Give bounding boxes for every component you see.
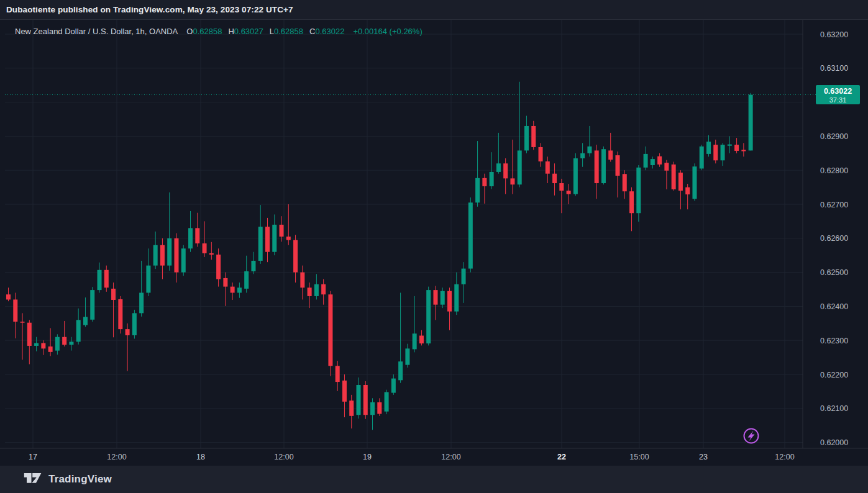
- candle-body: [111, 289, 116, 300]
- candle-body: [216, 255, 221, 279]
- candle: [104, 266, 109, 292]
- candle: [672, 162, 676, 191]
- candle: [139, 261, 144, 317]
- candle: [482, 174, 487, 204]
- candle: [567, 184, 571, 204]
- candle: [678, 170, 683, 209]
- candle: [55, 334, 60, 355]
- candle: [349, 395, 354, 428]
- candle: [83, 297, 88, 327]
- candle: [314, 274, 319, 299]
- candle-body: [503, 163, 508, 178]
- candle-body: [153, 245, 158, 266]
- candle: [580, 143, 585, 166]
- time-tick-label: 17: [29, 453, 37, 461]
- candle: [496, 133, 501, 174]
- candle: [146, 248, 150, 296]
- candle-body: [539, 147, 543, 161]
- candle-body: [405, 348, 409, 364]
- candle-body: [636, 168, 641, 213]
- candle: [721, 143, 725, 166]
- price-tick-label: 0.62500: [820, 268, 848, 277]
- candle-body: [615, 155, 619, 176]
- candle: [377, 398, 381, 415]
- time-scale[interactable]: 1712:001812:001912:002215:002312:00: [29, 453, 795, 461]
- candle: [601, 147, 606, 184]
- candle-body: [510, 178, 514, 184]
- candle-body: [567, 191, 571, 194]
- candle-body: [692, 166, 697, 199]
- candle: [531, 121, 536, 150]
- candle: [209, 242, 214, 260]
- price-tick-label: 0.63200: [820, 30, 848, 39]
- candle-body: [321, 284, 326, 294]
- candle-body: [644, 154, 648, 168]
- candle: [475, 141, 480, 207]
- candle-body: [454, 284, 459, 312]
- candle-body: [328, 294, 332, 366]
- price-tick-label: 0.62400: [820, 302, 848, 311]
- candle: [468, 197, 473, 273]
- candle-body: [433, 290, 437, 305]
- candle: [321, 279, 326, 305]
- open-value: 0.62858: [193, 27, 222, 36]
- price-tick-label: 0.62300: [820, 337, 848, 345]
- price-chart[interactable]: 0.632000.631000.629000.628000.627000.626…: [0, 0, 868, 493]
- candle: [728, 136, 732, 153]
- candle-body: [21, 322, 25, 323]
- time-tick-label: 18: [196, 453, 205, 461]
- candle-body: [195, 228, 199, 243]
- candle: [370, 398, 375, 430]
- candle: [174, 233, 178, 283]
- candle: [623, 170, 627, 199]
- candle-body: [559, 183, 564, 191]
- candle-body: [441, 291, 445, 305]
- legend-high: H0.63027: [228, 27, 263, 36]
- candle: [231, 283, 235, 300]
- bolt-marker[interactable]: [744, 429, 759, 443]
- candle: [546, 156, 550, 183]
- candle: [98, 263, 102, 293]
- candle: [636, 165, 641, 222]
- candle-body: [657, 156, 662, 165]
- candle-body: [468, 202, 473, 268]
- candle-body: [490, 172, 494, 186]
- candle-body: [573, 158, 578, 194]
- candle-body: [672, 165, 676, 189]
- candle: [363, 381, 368, 419]
- candle-body: [174, 238, 178, 273]
- candle-body: [237, 287, 242, 292]
- candle-body: [700, 147, 704, 169]
- candle: [741, 143, 746, 156]
- candlestick-series: [6, 82, 753, 430]
- candle: [419, 330, 424, 346]
- candle-body: [623, 174, 627, 191]
- candle-body: [608, 150, 613, 160]
- brand-name[interactable]: TradingView: [48, 473, 112, 486]
- candle-body: [552, 174, 557, 183]
- tradingview-logo-icon[interactable]: [24, 471, 42, 487]
- candle: [216, 248, 221, 286]
- price-tick-label: 0.62000: [820, 438, 848, 447]
- symbol-title[interactable]: New Zealand Dollar / U.S. Dollar, 1h, OA…: [15, 27, 178, 36]
- candle-body: [721, 145, 725, 160]
- time-tick-label: 15:00: [629, 453, 649, 461]
- candle: [426, 287, 431, 346]
- candle-body: [349, 400, 354, 416]
- candle-body: [265, 227, 270, 252]
- time-tick-label: 19: [363, 453, 372, 461]
- candle-body: [357, 385, 361, 415]
- legend-low: L0.62858: [270, 27, 303, 36]
- candle-body: [27, 323, 32, 346]
- publisher-text: Dubaotiente published on TradingView.com…: [6, 5, 293, 14]
- publisher-bar: Dubaotiente published on TradingView.com…: [0, 0, 868, 20]
- candle-body: [391, 379, 396, 393]
- candle-body: [336, 366, 340, 382]
- candle-body: [377, 402, 381, 414]
- time-tick-label: 12:00: [775, 453, 794, 461]
- candle: [111, 283, 116, 337]
- candle: [405, 344, 409, 368]
- candle: [391, 374, 396, 395]
- legend-open: O0.62858: [186, 27, 222, 36]
- time-tick-label: 22: [557, 453, 566, 461]
